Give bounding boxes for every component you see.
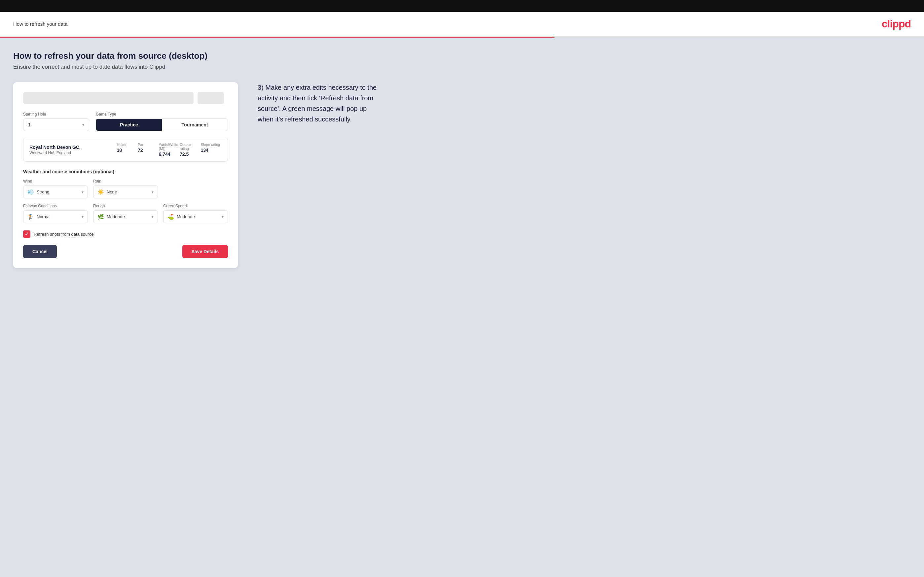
logo: clippd: [882, 18, 911, 30]
game-type-buttons: Practice Tournament: [96, 119, 228, 131]
course-name-col: Royal North Devon GC, Westward Ho!, Engl…: [29, 145, 117, 155]
yards-label: Yards/White (M)): [159, 143, 180, 150]
chevron-down-icon: ▾: [82, 122, 84, 127]
green-speed-group: Green Speed ⛳ Moderate ▾: [163, 204, 228, 223]
tab-placeholder-2: [197, 92, 224, 104]
holes-value: 18: [117, 148, 138, 153]
page-subheading: Ensure the correct and most up to date d…: [13, 64, 911, 70]
course-rating-col: Course rating 72.5: [180, 143, 200, 157]
checkbox-label: Refresh shots from data source: [34, 232, 94, 237]
rough-group: Rough 🌿 Moderate ▾: [93, 204, 158, 223]
top-bar: [0, 0, 924, 12]
course-stats: Holes 18 Par 72 Yards/White (M)) 6,744 C…: [117, 143, 222, 157]
starting-hole-value: 1: [28, 122, 31, 127]
green-speed-select[interactable]: ⛳ Moderate ▾: [163, 210, 228, 223]
par-col: Par 72: [138, 143, 158, 157]
save-details-button[interactable]: Save Details: [183, 245, 228, 258]
par-value: 72: [138, 148, 158, 153]
green-speed-label: Green Speed: [163, 204, 228, 208]
rain-chevron-icon: ▾: [152, 190, 153, 194]
yards-value: 6,744: [159, 152, 180, 157]
button-row: Cancel Save Details: [23, 245, 228, 258]
rain-select[interactable]: ☀️ None ▾: [93, 185, 158, 198]
content-area: How to refresh your data from source (de…: [0, 38, 924, 572]
wind-select[interactable]: 💨 Strong ▾: [23, 185, 88, 198]
slope-rating-value: 134: [200, 148, 221, 153]
description-col: 3) Make any extra edits necessary to the…: [258, 82, 383, 124]
description-text: 3) Make any extra edits necessary to the…: [258, 82, 383, 124]
starting-hole-group: Starting Hole 1 ▾: [23, 112, 89, 131]
fairway-select[interactable]: 🏌️ Normal ▾: [23, 210, 88, 223]
slope-rating-label: Slope rating: [200, 143, 221, 147]
conditions-row-2: Fairway Conditions 🏌️ Normal ▾ Rough 🌿: [23, 204, 228, 223]
tournament-button[interactable]: Tournament: [162, 119, 228, 131]
fairway-label: Fairway Conditions: [23, 204, 88, 208]
header-title: How to refresh your data: [13, 21, 68, 27]
rain-group: Rain ☀️ None ▾: [93, 179, 158, 198]
checkmark-icon: ✓: [25, 231, 29, 237]
rain-select-inner: ☀️ None: [97, 189, 117, 195]
course-name: Royal North Devon GC,: [29, 145, 117, 150]
rain-label: Rain: [93, 179, 158, 184]
wind-select-inner: 💨 Strong: [27, 189, 49, 195]
practice-button[interactable]: Practice: [96, 119, 162, 131]
main-layout: Starting Hole 1 ▾ Game Type Practice Tou…: [13, 82, 911, 268]
tab-placeholder-1: [23, 92, 194, 104]
page-heading: How to refresh your data from source (de…: [13, 51, 911, 61]
holes-col: Holes 18: [117, 143, 138, 157]
yards-col: Yards/White (M)) 6,744: [159, 143, 180, 157]
starting-hole-select[interactable]: 1 ▾: [23, 119, 89, 131]
fairway-icon: 🏌️: [27, 214, 34, 220]
fairway-value: Normal: [37, 214, 50, 219]
rain-icon: ☀️: [97, 189, 104, 195]
game-type-group: Game Type Practice Tournament: [96, 112, 228, 131]
game-type-label: Game Type: [96, 112, 228, 116]
course-location: Westward Ho!, England: [29, 150, 117, 155]
green-speed-value: Moderate: [177, 214, 195, 219]
rough-label: Rough: [93, 204, 158, 208]
rough-value: Moderate: [107, 214, 125, 219]
slope-rating-col: Slope rating 134: [200, 143, 221, 157]
wind-value: Strong: [37, 190, 49, 194]
footer: Copyright Clippd 2022: [0, 572, 924, 577]
green-speed-select-inner: ⛳ Moderate: [168, 214, 195, 220]
fairway-group: Fairway Conditions 🏌️ Normal ▾: [23, 204, 88, 223]
wind-rain-row: Wind 💨 Strong ▾ Rain ☀️ None: [23, 179, 228, 198]
rough-icon: 🌿: [97, 214, 104, 220]
wind-group: Wind 💨 Strong ▾: [23, 179, 88, 198]
course-rating-label: Course rating: [180, 143, 200, 150]
form-row-main: Starting Hole 1 ▾ Game Type Practice Tou…: [23, 112, 228, 131]
fairway-chevron-icon: ▾: [82, 214, 84, 219]
card-top-tabs: [23, 92, 228, 104]
par-label: Par: [138, 143, 158, 147]
refresh-checkbox[interactable]: ✓: [23, 230, 31, 238]
rain-value: None: [107, 190, 117, 194]
rough-select-inner: 🌿 Moderate: [97, 214, 125, 220]
course-rating-value: 72.5: [180, 152, 200, 157]
cancel-button[interactable]: Cancel: [23, 245, 57, 258]
wind-icon: 💨: [27, 189, 34, 195]
conditions-title: Weather and course conditions (optional): [23, 169, 228, 174]
course-info-box: Royal North Devon GC, Westward Ho!, Engl…: [23, 138, 228, 162]
green-speed-chevron-icon: ▾: [222, 214, 224, 219]
rough-chevron-icon: ▾: [152, 214, 153, 219]
holes-label: Holes: [117, 143, 138, 147]
green-speed-icon: ⛳: [168, 214, 174, 220]
wind-label: Wind: [23, 179, 88, 184]
card: Starting Hole 1 ▾ Game Type Practice Tou…: [13, 82, 238, 268]
rough-select[interactable]: 🌿 Moderate ▾: [93, 210, 158, 223]
starting-hole-label: Starting Hole: [23, 112, 89, 116]
checkbox-row: ✓ Refresh shots from data source: [23, 230, 228, 238]
fairway-select-inner: 🏌️ Normal: [27, 214, 50, 220]
wind-chevron-icon: ▾: [82, 190, 84, 194]
header: How to refresh your data clippd: [0, 12, 924, 37]
